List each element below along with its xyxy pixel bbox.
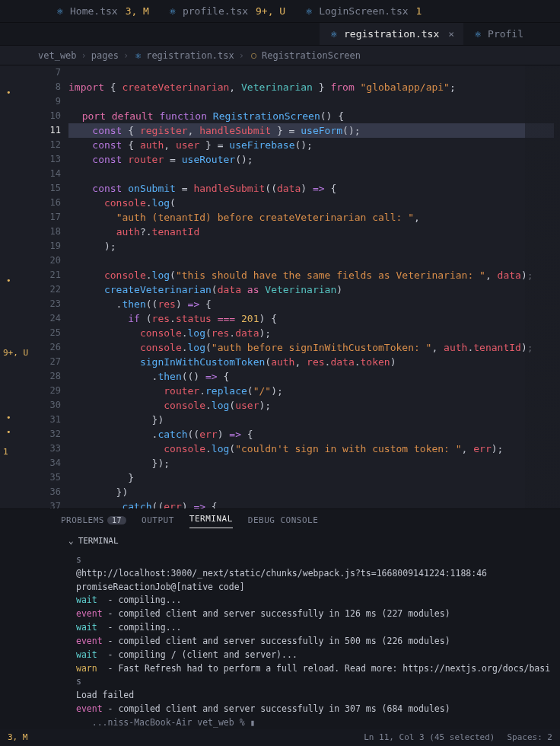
tab-login[interactable]: LoginScreen.tsx 1 (294, 0, 431, 22)
status-cursor[interactable]: Ln 11, Col 3 (45 selected) (364, 732, 495, 744)
terminal-body[interactable]: s@http://localhost:3000/_next/static/chu… (0, 550, 560, 729)
terminal-header[interactable]: TERMINAL (0, 532, 560, 550)
line-number-gutter[interactable]: 7891011121314151617181920212223242526272… (35, 65, 68, 508)
tab-badge: 3, M (126, 4, 149, 19)
code-editor[interactable]: 9+, U 1 • • • • 789101112131415161718192… (0, 65, 560, 508)
tab-label: profile.tsx (183, 4, 248, 19)
dot-icon: • (6, 87, 11, 100)
tab-row-1: Home.tsx 3, M profile.tsx 9+, U LoginScr… (0, 0, 560, 23)
panel-tab-output[interactable]: OUTPUT (142, 515, 174, 528)
scm-annotation: 9+, U (3, 347, 28, 360)
crumb-file[interactable]: registration.tsx (133, 49, 234, 62)
symbol-icon (249, 50, 259, 60)
code-body[interactable]: import { createVeterinarian, Veterinaria… (68, 65, 560, 508)
react-icon (167, 6, 178, 17)
chevron-down-icon (68, 535, 74, 548)
tab-badge: 9+, U (256, 4, 285, 19)
panel-tab-terminal[interactable]: TERMINAL (189, 513, 233, 528)
tab-label: registration.tsx (344, 27, 439, 42)
status-bar: 3, M Ln 11, Col 3 (45 selected) Spaces: … (0, 729, 560, 746)
bottom-panel: PROBLEMS17 OUTPUT TERMINAL DEBUG CONSOLE… (0, 508, 560, 729)
react-icon (55, 6, 65, 17)
tab-registration[interactable]: registration.tsx × (320, 23, 463, 45)
problems-count: 17 (107, 516, 126, 524)
panel-tabs: PROBLEMS17 OUTPUT TERMINAL DEBUG CONSOLE (0, 509, 560, 532)
breadcrumb: vet_web › pages › registration.tsx › Reg… (0, 46, 560, 65)
react-icon (304, 6, 314, 17)
status-spaces[interactable]: Spaces: 2 (507, 732, 552, 744)
tab-badge: 1 (416, 4, 422, 19)
tab-label: Profil (488, 27, 523, 42)
crumb-project[interactable]: vet_web (38, 49, 77, 62)
close-icon[interactable]: × (448, 27, 454, 42)
editor-margin: 9+, U 1 • • • • (0, 65, 35, 508)
dot-icon: • (6, 426, 11, 439)
tab-row-2: registration.tsx × Profil (0, 23, 560, 46)
dot-icon: • (6, 412, 11, 425)
panel-tab-problems[interactable]: PROBLEMS17 (61, 515, 126, 528)
tab-profile[interactable]: profile.tsx 9+, U (158, 0, 294, 22)
crumb-symbol[interactable]: RegistrationScreen (249, 49, 361, 62)
tab-label: Home.tsx (70, 4, 118, 19)
minimap[interactable] (525, 65, 560, 508)
dot-icon: • (6, 275, 11, 288)
scm-annotation: 3, M (8, 732, 28, 744)
react-icon (133, 50, 143, 60)
scm-annotation: 1 (3, 446, 8, 459)
tab-label: LoginScreen.tsx (319, 4, 408, 19)
tab-profil-2[interactable]: Profil (463, 23, 533, 45)
tab-home[interactable]: Home.tsx 3, M (46, 0, 158, 22)
crumb-folder[interactable]: pages (91, 49, 119, 62)
react-icon (473, 29, 483, 40)
react-icon (329, 29, 339, 40)
panel-tab-debug[interactable]: DEBUG CONSOLE (248, 515, 319, 528)
